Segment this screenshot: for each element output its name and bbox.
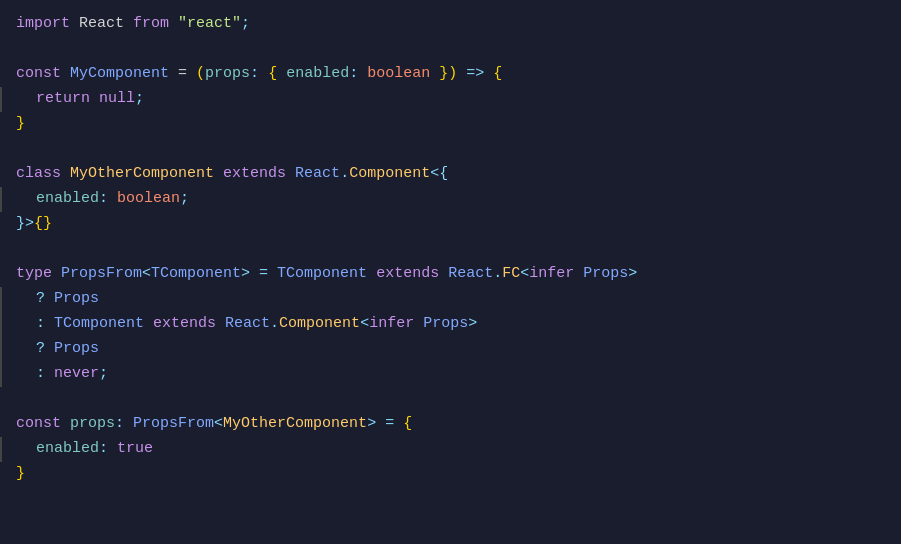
- token: enabled: [36, 437, 99, 461]
- token: MyOtherComponent: [223, 412, 367, 436]
- token: return: [36, 87, 90, 111]
- token: [169, 12, 178, 36]
- token: <: [142, 262, 151, 286]
- token: <{: [430, 162, 448, 186]
- code-line: class MyOtherComponent extends React.Com…: [0, 162, 901, 187]
- token: {: [493, 62, 502, 86]
- token: FC: [502, 262, 520, 286]
- token: [61, 412, 70, 436]
- token: "react": [178, 12, 241, 36]
- token: TComponent: [54, 312, 144, 336]
- token: infer: [529, 262, 574, 286]
- token: {: [268, 62, 277, 86]
- token: [61, 62, 70, 86]
- token: React: [295, 162, 340, 186]
- code-line: const props: PropsFrom<MyOtherComponent>…: [0, 412, 901, 437]
- token: }: [16, 462, 25, 486]
- token: <: [520, 262, 529, 286]
- code-line: : never;: [0, 362, 901, 387]
- token: Component: [349, 162, 430, 186]
- token: props: [70, 412, 115, 436]
- token: [414, 312, 423, 336]
- token: ;: [99, 362, 108, 386]
- code-line: enabled: true: [0, 437, 901, 462]
- token: from: [133, 12, 169, 36]
- token: extends: [376, 262, 439, 286]
- token: boolean: [367, 62, 430, 86]
- token: .: [270, 312, 279, 336]
- code-line: [0, 37, 901, 62]
- token: > =: [367, 412, 403, 436]
- token: (: [196, 62, 205, 86]
- token: [216, 312, 225, 336]
- code-line: enabled: boolean;: [0, 187, 901, 212]
- code-line: [0, 237, 901, 262]
- token: MyOtherComponent: [70, 162, 214, 186]
- token: <: [360, 312, 369, 336]
- token: :: [115, 412, 133, 436]
- token: PropsFrom: [61, 262, 142, 286]
- code-line: [0, 487, 901, 512]
- token: Props: [423, 312, 468, 336]
- code-line: return null;: [0, 87, 901, 112]
- token: :: [99, 187, 117, 211]
- code-line: }: [0, 462, 901, 487]
- token: Props: [54, 337, 99, 361]
- token: Props: [54, 287, 99, 311]
- code-line: type PropsFrom<TComponent> = TComponent …: [0, 262, 901, 287]
- token: PropsFrom: [133, 412, 214, 436]
- token: :: [349, 62, 367, 86]
- token: import: [16, 12, 70, 36]
- token: never: [54, 362, 99, 386]
- token: const: [16, 62, 61, 86]
- token: Component: [279, 312, 360, 336]
- token: React: [70, 12, 133, 36]
- token: const: [16, 412, 61, 436]
- token: TComponent: [277, 262, 367, 286]
- token: true: [117, 437, 153, 461]
- token: MyComponent: [70, 62, 169, 86]
- token: :: [250, 62, 268, 86]
- token: <: [214, 412, 223, 436]
- token: =: [169, 62, 196, 86]
- token: }>: [16, 212, 34, 236]
- token: ): [448, 62, 457, 86]
- token: boolean: [117, 187, 180, 211]
- token: [61, 162, 70, 186]
- token: class: [16, 162, 61, 186]
- token: [90, 87, 99, 111]
- token: ?: [36, 287, 54, 311]
- token: :: [99, 437, 117, 461]
- token: enabled: [277, 62, 349, 86]
- token: [439, 262, 448, 286]
- token: [214, 162, 223, 186]
- token: props: [205, 62, 250, 86]
- token: ;: [180, 187, 189, 211]
- code-line: : TComponent extends React.Component<inf…: [0, 312, 901, 337]
- token: >: [628, 262, 637, 286]
- code-line: import React from "react";: [0, 12, 901, 37]
- token: [286, 162, 295, 186]
- code-line: [0, 137, 901, 162]
- token: :: [36, 362, 54, 386]
- token: .: [493, 262, 502, 286]
- token: infer: [369, 312, 414, 336]
- code-line: [0, 387, 901, 412]
- token: ;: [241, 12, 250, 36]
- token: > =: [241, 262, 277, 286]
- token: TComponent: [151, 262, 241, 286]
- code-line: }: [0, 112, 901, 137]
- token: }: [16, 112, 25, 136]
- token: :: [36, 312, 54, 336]
- token: React: [448, 262, 493, 286]
- code-editor: import React from "react";const MyCompon…: [0, 0, 901, 544]
- token: .: [340, 162, 349, 186]
- token: ?: [36, 337, 54, 361]
- token: type: [16, 262, 52, 286]
- token: >: [468, 312, 477, 336]
- token: null: [99, 87, 135, 111]
- token: {: [403, 412, 412, 436]
- token: extends: [153, 312, 216, 336]
- token: enabled: [36, 187, 99, 211]
- token: =>: [457, 62, 493, 86]
